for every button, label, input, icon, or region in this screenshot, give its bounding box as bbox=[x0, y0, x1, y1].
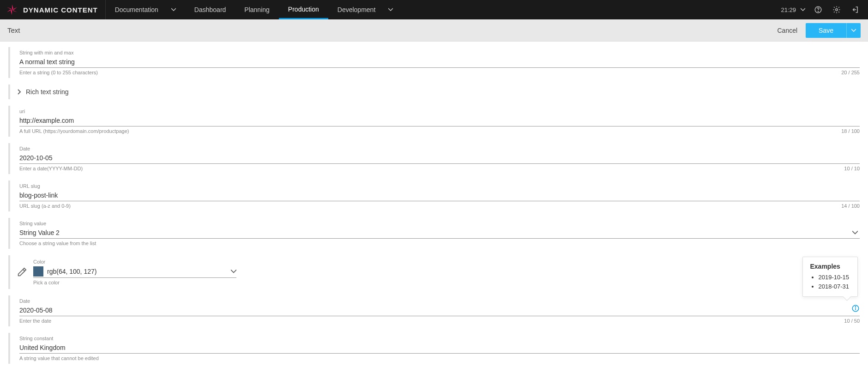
color-swatch bbox=[33, 266, 43, 277]
svg-marker-3 bbox=[11, 10, 12, 15]
string-minmax-input[interactable] bbox=[19, 56, 860, 68]
nav-item-label: Documentation bbox=[115, 6, 158, 13]
nav-items: Documentation Dashboard Planning Product… bbox=[106, 0, 403, 19]
field-counter: 10 / 50 bbox=[844, 318, 860, 324]
svg-point-11 bbox=[855, 307, 856, 307]
info-icon bbox=[851, 304, 860, 313]
field-helper: A string value that cannot be edited bbox=[19, 355, 99, 361]
brand-name: DYNAMIC CONTENT bbox=[23, 6, 98, 14]
string-value-select[interactable] bbox=[19, 227, 860, 239]
examples-tooltip: Examples 2019-10-15 2018-07-31 bbox=[802, 257, 858, 297]
form-area: String with min and max Enter a string (… bbox=[0, 42, 868, 379]
field-string-minmax: String with min and max Enter a string (… bbox=[8, 47, 860, 78]
svg-point-7 bbox=[818, 11, 818, 12]
page-title: Text bbox=[7, 26, 20, 34]
field-label: URL slug bbox=[19, 183, 860, 189]
field-helper: Enter the date bbox=[19, 318, 51, 324]
field-color: Color rgb(64, 100, 127) Pick a color bbox=[8, 255, 860, 289]
chevron-down-icon bbox=[851, 28, 856, 33]
nav-item-label: Planning bbox=[244, 6, 270, 13]
field-date-examples: Date Enter the date 10 / 50 Examples 201… bbox=[8, 295, 860, 326]
save-button-group: Save bbox=[806, 23, 861, 38]
logout-icon bbox=[851, 6, 859, 14]
field-counter: 20 / 255 bbox=[841, 70, 860, 75]
field-rich-text-toggle[interactable]: Rich text string bbox=[8, 84, 860, 99]
save-button[interactable]: Save bbox=[806, 23, 846, 38]
chevron-down-icon bbox=[171, 7, 176, 12]
field-label: Date bbox=[19, 146, 860, 151]
info-button[interactable] bbox=[851, 304, 860, 314]
cancel-button[interactable]: Cancel bbox=[777, 27, 797, 34]
field-counter: 10 / 10 bbox=[844, 166, 860, 171]
field-helper: Pick a color bbox=[33, 280, 60, 285]
field-label: String with min and max bbox=[19, 50, 860, 55]
eyedropper-icon[interactable] bbox=[17, 267, 27, 277]
nav-right: 21:29 bbox=[781, 4, 862, 15]
settings-button[interactable] bbox=[831, 4, 842, 15]
field-helper: URL slug (a-z and 0-9) bbox=[19, 203, 71, 209]
subheader-actions: Cancel Save bbox=[777, 23, 861, 38]
example-item: 2019-10-15 bbox=[819, 273, 850, 282]
field-counter: 14 / 100 bbox=[841, 203, 860, 209]
field-string-value: String value Choose a string value from … bbox=[8, 218, 860, 249]
field-label: uri bbox=[19, 108, 860, 114]
tooltip-title: Examples bbox=[810, 263, 850, 270]
time-display[interactable]: 21:29 bbox=[781, 6, 805, 13]
help-button[interactable] bbox=[813, 4, 824, 15]
chevron-down-icon bbox=[388, 7, 393, 12]
string-constant-input bbox=[19, 342, 860, 354]
chevron-down-icon bbox=[852, 230, 858, 235]
field-string-constant: String constant A string value that cann… bbox=[8, 333, 860, 364]
field-date: Date Enter a date(YYYY-MM-DD) 10 / 10 bbox=[8, 143, 860, 174]
brand-logo-icon bbox=[6, 3, 18, 16]
field-helper: A full URL (https://yourdomain.com/produ… bbox=[19, 128, 129, 134]
field-label: Date bbox=[19, 298, 860, 304]
field-helper: Choose a string value from the list bbox=[19, 241, 96, 246]
svg-marker-0 bbox=[12, 5, 13, 10]
field-label: String value bbox=[19, 221, 860, 226]
chevron-down-icon bbox=[801, 7, 805, 12]
chevron-right-icon bbox=[17, 89, 22, 95]
svg-point-8 bbox=[836, 9, 838, 11]
nav-item-dashboard[interactable]: Dashboard bbox=[185, 0, 235, 19]
save-dropdown-button[interactable] bbox=[846, 23, 861, 38]
gear-icon bbox=[832, 6, 841, 14]
field-label: Color bbox=[33, 259, 236, 265]
brand[interactable]: DYNAMIC CONTENT bbox=[0, 0, 106, 19]
field-helper: Enter a string (0 to 255 characters) bbox=[19, 70, 98, 75]
logout-button[interactable] bbox=[850, 4, 861, 15]
date-input[interactable] bbox=[19, 152, 860, 164]
help-icon bbox=[814, 6, 822, 14]
string-value-display[interactable] bbox=[19, 227, 860, 239]
nav-item-planning[interactable]: Planning bbox=[235, 0, 279, 19]
color-value: rgb(64, 100, 127) bbox=[47, 268, 231, 275]
nav-item-development[interactable]: Development bbox=[328, 0, 403, 19]
field-label: Rich text string bbox=[26, 88, 69, 96]
nav-item-label: Development bbox=[338, 6, 376, 13]
example-item: 2018-07-31 bbox=[819, 282, 850, 291]
time-value: 21:29 bbox=[781, 6, 796, 13]
svg-marker-2 bbox=[12, 10, 17, 12]
nav-item-documentation[interactable]: Documentation bbox=[106, 0, 185, 19]
nav-item-label: Production bbox=[288, 6, 319, 13]
uri-input[interactable] bbox=[19, 115, 860, 126]
field-label: String constant bbox=[19, 336, 860, 341]
subheader: Text Cancel Save bbox=[0, 19, 868, 42]
svg-marker-5 bbox=[7, 7, 12, 10]
date-input-2[interactable] bbox=[19, 305, 860, 316]
field-uri: uri A full URL (https://yourdomain.com/p… bbox=[8, 106, 860, 137]
nav-item-production[interactable]: Production bbox=[279, 0, 328, 19]
field-helper: Enter a date(YYYY-MM-DD) bbox=[19, 166, 83, 171]
chevron-down-icon bbox=[231, 269, 236, 274]
url-slug-input[interactable] bbox=[19, 190, 860, 201]
field-counter: 18 / 100 bbox=[841, 128, 860, 134]
color-select[interactable]: rgb(64, 100, 127) bbox=[33, 265, 236, 278]
top-nav: DYNAMIC CONTENT Documentation Dashboard … bbox=[0, 0, 868, 19]
field-url-slug: URL slug URL slug (a-z and 0-9) 14 / 100 bbox=[8, 180, 860, 211]
nav-item-label: Dashboard bbox=[194, 6, 226, 13]
